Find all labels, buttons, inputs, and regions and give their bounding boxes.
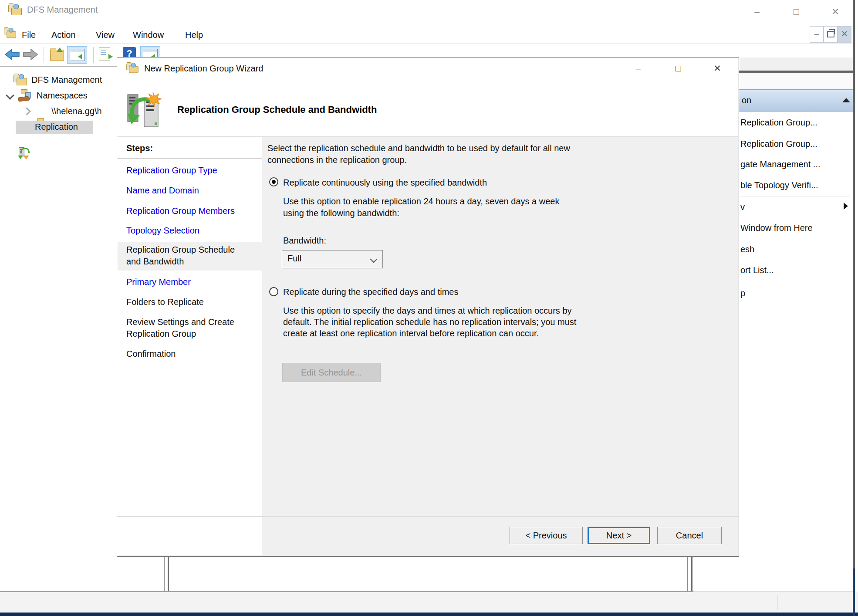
actions-header-label: on xyxy=(742,95,751,105)
window-title: DFS Management xyxy=(27,5,98,15)
menu-view[interactable]: View xyxy=(91,28,119,42)
mdi-close-button[interactable]: ✕ xyxy=(838,26,851,43)
edit-schedule-button: Edit Schedule... xyxy=(282,363,381,382)
step-replication-group-members[interactable]: Replication Group Members xyxy=(126,205,235,217)
wizard-close-button[interactable]: ✕ xyxy=(709,62,725,75)
action-topology-verification[interactable]: ble Topology Verifi... xyxy=(740,180,818,190)
tree-item-namespace-server[interactable]: \\helena.gg\h xyxy=(51,106,117,116)
right-window-edge xyxy=(853,0,855,569)
menu-app-icon xyxy=(3,27,17,39)
replication-servers-icon xyxy=(126,91,164,133)
status-bar xyxy=(0,592,858,613)
wizard-minimize-button[interactable]: – xyxy=(630,62,646,75)
cancel-button[interactable]: Cancel xyxy=(657,527,722,544)
bandwidth-select[interactable]: Full xyxy=(282,250,383,268)
mdi-minimize-button[interactable]: – xyxy=(810,26,824,43)
tree-item-dfs-management[interactable]: DFS Management xyxy=(31,75,102,85)
menu-action[interactable]: Action xyxy=(47,28,80,42)
step-topology-selection[interactable]: Topology Selection xyxy=(126,225,199,237)
namespaces-icon xyxy=(18,89,31,102)
radio-replicate-continuously-label[interactable]: Replicate continuously using the specifi… xyxy=(283,177,487,189)
step-primary-member[interactable]: Primary Member xyxy=(126,276,191,288)
steps-heading: Steps: xyxy=(126,143,153,153)
mdi-restore-button[interactable] xyxy=(824,26,838,43)
chevron-right-icon[interactable] xyxy=(23,107,30,115)
option2-description: Use this option to specify the days and … xyxy=(283,305,723,339)
menu-divider xyxy=(0,44,853,44)
step-confirmation: Confirmation xyxy=(126,348,176,360)
next-button[interactable]: Next > xyxy=(588,527,650,544)
submenu-arrow-icon xyxy=(844,203,848,210)
step-review-settings: Review Settings and Create Replication G… xyxy=(126,316,234,340)
dfs-management-app: DFS Management – □ ✕ File Action View Wi… xyxy=(0,0,858,616)
wizard-maximize-button[interactable]: □ xyxy=(670,62,686,75)
forward-icon[interactable] xyxy=(23,48,38,63)
close-button[interactable]: ✕ xyxy=(828,5,843,18)
wizard-steps-panel: Steps: Replication Group Type Name and D… xyxy=(117,137,262,555)
new-replication-group-wizard-dialog: New Replication Group Wizard – □ ✕ Repli xyxy=(117,57,739,557)
console-tree-toggle-icon[interactable] xyxy=(67,46,87,64)
bandwidth-label: Bandwidth: xyxy=(283,235,326,247)
step-folders-to-replicate: Folders to Replicate xyxy=(126,296,204,308)
back-icon[interactable] xyxy=(4,48,20,63)
app-icon xyxy=(8,3,23,17)
action-refresh[interactable]: esh xyxy=(740,244,754,254)
radio-replicate-specified-times[interactable] xyxy=(269,287,278,296)
wizard-title-icon xyxy=(126,62,139,74)
step-schedule-and-bandwidth: Replication Group Schedule and Bandwidth xyxy=(126,244,235,267)
option1-description: Use this option to enable replication 24… xyxy=(283,196,719,219)
replication-icon xyxy=(17,147,30,160)
minimize-button[interactable]: – xyxy=(749,5,765,18)
menu-window[interactable]: Window xyxy=(128,28,168,42)
action-new-window-from-here[interactable]: Window from Here xyxy=(740,223,813,233)
wizard-intro-text: Select the replication schedule and band… xyxy=(267,142,720,166)
dfs-root-icon xyxy=(13,74,28,87)
action-delegate-management[interactable]: gate Management ... xyxy=(740,159,820,169)
action-new-replication-group[interactable]: Replication Group... xyxy=(740,118,817,128)
tree-item-replication[interactable]: Replication xyxy=(35,122,78,132)
chevron-down-icon[interactable] xyxy=(6,91,14,100)
action-export-list[interactable]: ort List... xyxy=(740,265,774,275)
bandwidth-selected-value: Full xyxy=(287,254,301,264)
action-view[interactable]: v xyxy=(740,202,745,212)
radio-replicate-continuously[interactable] xyxy=(269,177,278,186)
wizard-header: Replication Group Schedule and Bandwidth xyxy=(117,80,738,136)
wizard-header-title: Replication Group Schedule and Bandwidth xyxy=(177,104,377,115)
wizard-titlebar: New Replication Group Wizard – □ ✕ xyxy=(117,58,738,80)
taskbar xyxy=(0,613,858,616)
menu-file[interactable]: File xyxy=(17,28,40,42)
export-list-icon[interactable] xyxy=(99,47,110,61)
menu-help[interactable]: Help xyxy=(181,28,207,42)
collapse-icon[interactable] xyxy=(842,98,850,102)
combo-chevron-icon xyxy=(370,256,378,263)
action-add-replication-group[interactable]: Replication Group... xyxy=(740,139,817,149)
radio-replicate-specified-times-label[interactable]: Replicate during the specified days and … xyxy=(283,286,458,298)
action-help[interactable]: p xyxy=(740,288,745,298)
step-name-and-domain[interactable]: Name and Domain xyxy=(126,185,199,196)
previous-button[interactable]: < Previous xyxy=(510,527,583,544)
wizard-title: New Replication Group Wizard xyxy=(144,64,263,74)
step-replication-group-type[interactable]: Replication Group Type xyxy=(126,165,217,176)
up-level-icon[interactable] xyxy=(50,50,64,61)
tree-item-namespaces[interactable]: Namespaces xyxy=(37,91,88,101)
maximize-button[interactable]: □ xyxy=(788,5,804,18)
